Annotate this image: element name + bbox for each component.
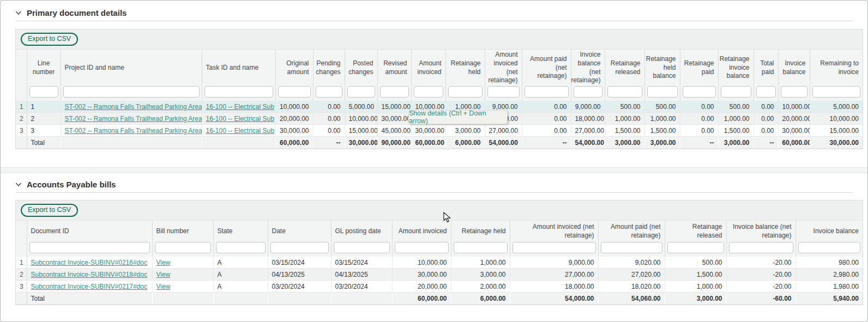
column-header-amount-invoiced-net[interactable]: Amount invoiced (net retainage) [510,221,598,257]
column-header-invoice-balance-net[interactable]: Invoice balance (net retainage) [571,50,605,101]
column-filter-input[interactable] [574,86,602,98]
table-row[interactable]: 2Subcontract Invoice-SUBINV#0218#docView… [16,269,863,281]
row-number[interactable]: 1 [16,257,27,269]
row-number[interactable]: 3 [16,281,27,293]
column-header-bill-number[interactable]: Bill number [152,221,213,257]
task-link[interactable]: 16-100 -- Electrical Sub [206,115,274,123]
column-filter-input[interactable] [216,242,266,253]
column-filter-input[interactable] [607,86,642,98]
chevron-down-icon[interactable] [15,182,22,187]
project-link[interactable]: ST-002 -- Ramona Falls Trailhead Parking… [65,115,202,123]
task-link[interactable]: 16-100 -- Electrical Sub [206,127,274,135]
column-filter-input[interactable] [63,86,200,98]
row-number[interactable]: 3 [16,125,27,137]
document-id-link[interactable]: Subcontract Invoice-SUBINV#0216#doc [31,259,147,266]
column-filter-input[interactable] [647,86,678,98]
column-filter-input[interactable] [414,86,443,98]
column-filter-input[interactable] [278,86,311,98]
column-filter-input[interactable] [380,86,409,98]
column-header-pending-changes[interactable]: Pending changes [313,50,345,101]
export-to-csv-button[interactable]: Export to CSV [21,33,78,46]
column-header-invoice-balance-net[interactable]: Invoice balance (net retainage) [726,221,795,257]
bill-number-link[interactable]: View [156,259,171,266]
column-filter-input[interactable] [347,86,375,98]
column-header-invoice-balance[interactable]: Invoice balance [795,221,863,257]
table-cell: 3,000.00 [445,125,485,137]
column-header-invoice-balance[interactable]: Invoice balance [778,50,810,101]
column-filter-input[interactable] [601,242,662,253]
column-header-amount-paid-net[interactable]: Amount paid (net retainage) [522,50,571,101]
column-header-task[interactable]: Task ID and name [202,50,275,101]
column-header-total-paid[interactable]: Total paid [754,50,778,101]
table-cell: 1,500.00 [718,125,754,137]
column-filter-input[interactable] [781,86,807,98]
table-row[interactable]: 3Subcontract Invoice-SUBINV#0217#docView… [16,281,863,293]
column-filter-input[interactable] [395,242,449,253]
table-row[interactable]: 33ST-002 -- Ramona Falls Trailhead Parki… [16,125,863,137]
column-filter-input[interactable] [270,242,329,253]
column-filter-input[interactable] [454,242,508,253]
column-header-amount-paid-net[interactable]: Amount paid (net retainage) [598,221,665,257]
table-cell: 20,000.00 [275,113,313,125]
column-filter-input[interactable] [667,242,724,253]
total-cell: 30,000.00 [810,137,863,149]
column-header-document-id[interactable]: Document ID [27,221,152,257]
column-header-posted-changes[interactable]: Posted changes [345,50,377,101]
column-header-amount-invoiced-net[interactable]: Amount invoiced (net retainage) [485,50,522,101]
column-filter-input[interactable] [487,86,520,98]
column-filter-input[interactable] [798,242,861,253]
chevron-down-icon[interactable] [15,10,22,15]
table-cell: 30,000.00 [275,125,313,137]
total-cell: 3,000.00 [644,137,680,149]
task-link[interactable]: 16-100 -- Electrical Sub [206,103,274,111]
column-filter-input[interactable] [29,242,150,253]
bill-number-link[interactable]: View [156,271,171,278]
column-filter-input[interactable] [525,86,569,98]
column-header-date[interactable]: Date [268,221,331,257]
column-header-retainage-released[interactable]: Retainage released [605,50,644,101]
table-row[interactable]: 1Subcontract Invoice-SUBINV#0216#docView… [16,257,863,269]
column-header-retainage-released[interactable]: Retainage released [665,221,726,257]
column-header-revised-amount[interactable]: Revised amount [377,50,411,101]
column-header-original-amount[interactable]: Original amount [275,50,313,101]
table-cell: View [152,281,213,293]
project-link[interactable]: ST-002 -- Ramona Falls Trailhead Parking… [65,103,202,111]
column-header-retainage-held-balance[interactable]: Retainage held balance [644,50,680,101]
column-filter-input[interactable] [204,86,273,98]
column-header-retainage-held[interactable]: Retainage held [451,221,510,257]
table-cell: 15,000.00 [810,125,863,137]
total-cell: 5,940.00 [795,293,863,305]
bill-number-link[interactable]: View [156,283,171,290]
column-header-retainage-invoice-balance[interactable]: Retainage invoice balance [718,50,754,101]
document-id-link[interactable]: Subcontract Invoice-SUBINV#0217#doc [31,283,147,290]
column-filter-input[interactable] [812,86,861,98]
column-filter-input[interactable] [683,86,716,98]
row-number[interactable]: 2 [16,269,27,281]
column-filter-input[interactable] [334,242,390,253]
column-header-line-number[interactable]: Line number [27,50,61,101]
column-filter-input[interactable] [513,242,596,253]
row-number[interactable]: 2 [16,113,27,125]
export-to-csv-button[interactable]: Export to CSV [21,204,78,217]
section-header-ap-bills[interactable]: Accounts Payable bills [15,173,861,190]
column-filter-input[interactable] [721,86,751,98]
column-filter-input[interactable] [729,242,793,253]
table-cell: 27,020.00 [598,269,665,281]
column-header-project[interactable]: Project ID and name [61,50,202,101]
column-filter-input[interactable] [316,86,342,98]
document-id-link[interactable]: Subcontract Invoice-SUBINV#0218#doc [31,271,147,278]
row-number[interactable]: 1 [16,101,27,113]
column-filter-input[interactable] [448,86,483,98]
column-filter-input[interactable] [756,86,776,98]
column-header-retainage-paid[interactable]: Retainage paid [680,50,718,101]
column-header-retainage-held[interactable]: Retainage held [445,50,485,101]
column-header-amount-invoiced[interactable]: Amount invoiced [392,221,451,257]
column-filter-input[interactable] [155,242,211,253]
column-header-state[interactable]: State [213,221,268,257]
section-header-primary[interactable]: Primary document details [15,1,861,19]
column-filter-input[interactable] [29,86,58,98]
column-header-gl-posting-date[interactable]: GL posting date [331,221,392,257]
column-header-remaining-to-invoice[interactable]: Remaining to invoice [810,50,863,101]
column-header-amount-invoiced[interactable]: Amount invoiced [411,50,445,101]
project-link[interactable]: ST-002 -- Ramona Falls Trailhead Parking… [65,127,202,135]
